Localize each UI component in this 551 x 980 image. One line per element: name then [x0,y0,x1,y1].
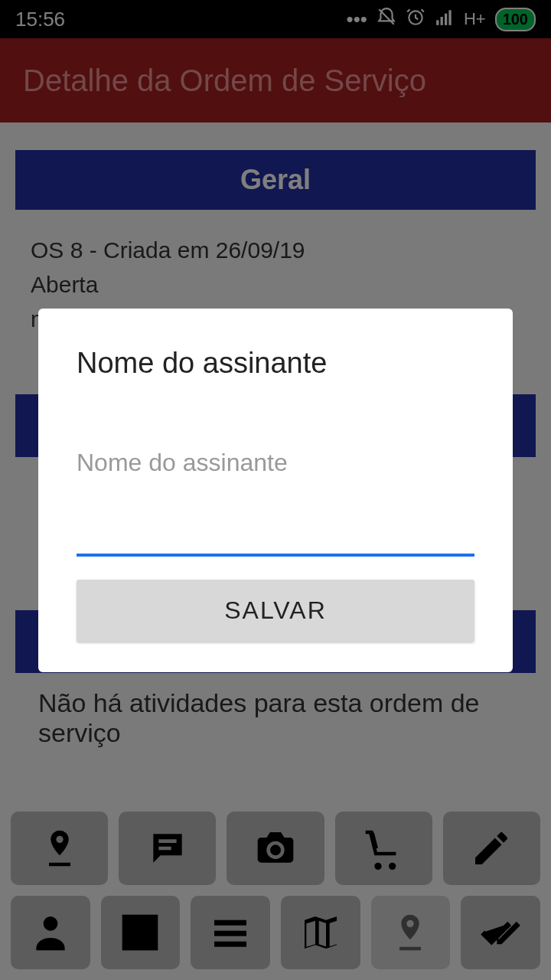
dialog-title: Nome do assinante [77,347,474,380]
signer-name-input[interactable] [77,395,474,557]
save-button[interactable]: SALVAR [77,580,474,642]
signer-name-dialog: Nome do assinante SALVAR [38,309,513,672]
modal-overlay[interactable]: Nome do assinante SALVAR [0,0,551,980]
